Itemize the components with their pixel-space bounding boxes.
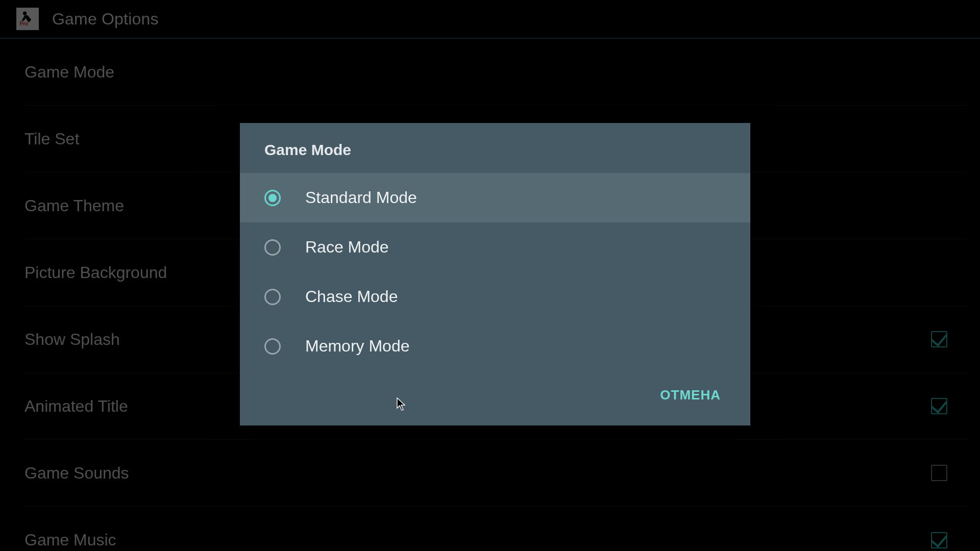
radio-label: Chase Mode [305, 287, 398, 306]
radio-list: Standard Mode Race Mode Chase Mode Memor… [240, 173, 750, 371]
radio-label: Memory Mode [305, 337, 410, 356]
dialog-actions: ОТМЕНА [240, 371, 750, 425]
radio-label: Race Mode [305, 238, 389, 257]
dialog-title: Game Mode [240, 123, 750, 173]
game-mode-dialog: Game Mode Standard Mode Race Mode Chase … [240, 123, 750, 425]
radio-icon [264, 289, 281, 305]
radio-row-race-mode[interactable]: Race Mode [240, 222, 750, 272]
radio-row-chase-mode[interactable]: Chase Mode [240, 272, 750, 321]
radio-label: Standard Mode [305, 188, 417, 207]
radio-row-memory-mode[interactable]: Memory Mode [240, 321, 750, 371]
radio-row-standard-mode[interactable]: Standard Mode [240, 173, 750, 222]
radio-icon [264, 239, 281, 256]
radio-icon [264, 190, 281, 206]
radio-icon [264, 338, 281, 355]
cancel-button[interactable]: ОТМЕНА [655, 380, 726, 410]
